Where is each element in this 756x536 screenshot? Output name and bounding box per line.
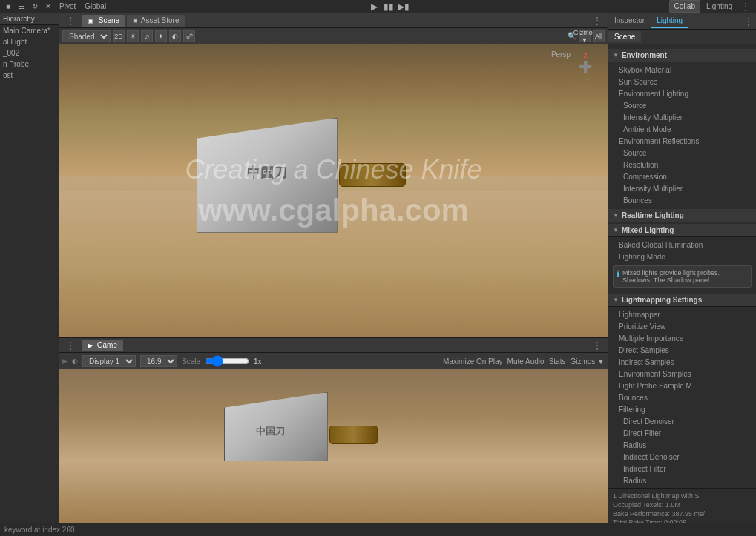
unity-logo-icon: ■ — [3, 1, 13, 12]
rotate-icon: ↻ — [30, 1, 40, 12]
multiple-imp-row: Multiple Importance — [608, 332, 756, 344]
radius2-label: Radius — [623, 477, 752, 485]
env-lighting-row: Environment Lighting — [608, 87, 756, 99]
sidebar-item-post[interactable]: ost — [0, 70, 59, 81]
display-dropdown[interactable]: Display 1 — [82, 355, 136, 367]
lighting-mode-label: Lighting Mode — [619, 253, 752, 261]
env-samples-row: Environment Samples — [608, 368, 756, 380]
lightmapper-label: Lightmapper — [619, 311, 752, 319]
skybox-label: Skybox Material — [619, 66, 752, 74]
2d-button[interactable]: 2D — [113, 30, 125, 42]
lights-toggle[interactable]: ☀ — [127, 30, 139, 42]
gizmo-arrows-icon: ✚ — [571, 59, 600, 76]
indirect-samples-row: Indirect Samples — [608, 356, 756, 368]
direct-samples-label: Direct Samples — [619, 346, 752, 354]
game-tab[interactable]: ▶ Game — [82, 340, 123, 351]
intensity-row: Intensity Multiplier — [608, 111, 756, 123]
audio-toggle[interactable]: ♬ — [141, 30, 153, 42]
lighting-mode-row: Lighting Mode — [608, 251, 756, 262]
multiple-imp-label: Multiple Importance — [619, 334, 752, 343]
mixed-lighting-header[interactable]: ▼ Mixed Lighting — [608, 224, 756, 237]
intensity-label: Intensity Multiplier — [623, 113, 752, 122]
sun-source-label: Sun Source — [619, 78, 752, 86]
inspector-tab[interactable]: Inspector — [608, 14, 651, 28]
skybox-material-row: Skybox Material — [608, 64, 756, 76]
game-gizmos-button[interactable]: Gizmos ▼ — [570, 357, 605, 365]
knife-object: 中国刀 — [197, 118, 406, 233]
ambient-row: Ambient Mode — [608, 123, 756, 135]
game-tabs: ⋮ ▶ Game ⋮ — [59, 338, 608, 353]
env-samples-label: Environment Samples — [619, 370, 752, 378]
play-button[interactable]: ▶ — [367, 0, 381, 13]
scene-tab[interactable]: ▣ Scene — [82, 15, 125, 27]
effects-toggle[interactable]: ✦ — [155, 30, 167, 42]
game-controls-bar: ▶ ◐ Display 1 16:9 Scale 1x Maximize On … — [59, 353, 608, 369]
right-tabs: Inspector Lighting ⋮ — [608, 13, 756, 30]
step-button[interactable]: ▶▮ — [397, 0, 410, 13]
viewport-gizmo[interactable]: Z ✚ ↑→ — [571, 52, 600, 89]
all-button[interactable]: All — [593, 30, 605, 42]
light-probe-label: Light Probe Sample M. — [619, 382, 752, 390]
prioritize-label: Prioritize View — [619, 322, 752, 331]
lighting-button[interactable]: Lighting — [703, 0, 735, 13]
knife-blade: 中国刀 — [197, 118, 338, 233]
mute-audio-button[interactable]: Mute Audio — [507, 357, 545, 365]
direct-filter-label: Direct Filter — [623, 429, 752, 437]
right-footer: 1 Directional Lightmap with S Occupied T… — [608, 488, 756, 523]
resolution-row: Resolution — [608, 159, 756, 171]
lighting-tab[interactable]: Lighting — [651, 14, 688, 28]
pause-button[interactable]: ▮▮ — [382, 0, 395, 13]
shaded-dropdown[interactable]: Shaded — [62, 30, 111, 42]
play-controls: ▶ ▮▮ ▶▮ — [367, 0, 410, 13]
stats-button[interactable]: Stats — [549, 357, 566, 365]
asset-store-tab[interactable]: ■ Asset Store — [127, 15, 185, 27]
scene-sub-tab[interactable]: Scene — [608, 31, 641, 42]
sidebar-item-probe[interactable]: n Probe — [0, 59, 59, 70]
right-panel-menu[interactable]: ⋮ — [741, 16, 756, 27]
env-reflections-label: Environment Reflections — [619, 137, 752, 145]
game-extra-menu[interactable]: ⋮ — [590, 340, 605, 351]
radius2-row: Radius — [608, 474, 756, 486]
scene-asset-tabs: ⋮ ▣ Scene ■ Asset Store ⋮ — [59, 13, 608, 28]
lightmapping-header[interactable]: ▼ Lightmapping Settings — [608, 294, 756, 307]
sidebar-item-camera[interactable]: Main Camera* — [0, 25, 59, 36]
scene-controls-bar: Shaded 2D ☀ ♬ ✦ ◐ ☍ 🔍 Gizmos ▼ All — [59, 28, 608, 44]
direct-denoiser-label: Direct Denoiser — [623, 417, 752, 426]
source-row: Source — [608, 99, 756, 111]
scene-settings[interactable]: ◐ — [169, 30, 181, 42]
bounces-label: Bounces — [623, 196, 752, 205]
info-icon: ℹ — [617, 269, 619, 284]
viewport[interactable]: 中国刀 Creating a Chinese Knife www.cgalpha… — [59, 44, 608, 337]
aspect-dropdown[interactable]: 16:9 — [140, 355, 177, 367]
intensity-mult-row: Intensity Multiplier — [608, 182, 756, 194]
scale-slider[interactable] — [205, 357, 249, 365]
pivot-button[interactable]: Pivot — [56, 0, 79, 13]
light-probe-row: Light Probe Sample M. — [608, 380, 756, 391]
game-menu-dots[interactable]: ⋮ — [62, 340, 79, 351]
indirect-denoiser-label: Indirect Denoiser — [623, 453, 752, 461]
sidebar-item-light[interactable]: al Light — [0, 36, 59, 47]
sidebar-item-cube[interactable]: _002 — [0, 47, 59, 59]
overlay-toggle[interactable]: ☍ — [183, 30, 195, 42]
game-panel: ⋮ ▶ Game ⋮ ▶ ◐ Display 1 16:9 Scale — [59, 337, 608, 523]
baked-gi-row: Baked Global Illumination — [608, 239, 756, 251]
environment-title: Environment — [622, 51, 667, 59]
footer-line1: 1 Directional Lightmap with S — [613, 492, 752, 500]
realtime-arrow-icon: ▼ — [613, 212, 619, 219]
gizmos-dropdown[interactable]: Gizmos ▼ — [579, 30, 591, 42]
scene-tab-icon: ▣ — [88, 17, 94, 24]
scene-menu-dots[interactable]: ⋮ — [62, 15, 79, 27]
game-viewport[interactable]: 中国刀 — [59, 369, 608, 523]
scene-extra-menu[interactable]: ⋮ — [590, 16, 605, 26]
env-lighting-label: Environment Lighting — [619, 90, 752, 98]
realtime-section-header[interactable]: ▼ Realtime Lighting — [608, 209, 756, 222]
bottom-console: keyword at index 260 — [0, 523, 756, 536]
more-menu[interactable]: ⋮ — [738, 1, 753, 12]
scale-label: Scale — [182, 357, 200, 365]
refl-source-label: Source — [623, 149, 752, 157]
global-button[interactable]: Global — [82, 0, 109, 13]
colab-button[interactable]: Collab — [669, 0, 700, 13]
environment-section-header[interactable]: ▼ Environment — [608, 49, 756, 62]
mixed-lighting-content: Baked Global Illumination Lighting Mode … — [608, 237, 756, 292]
maximize-button[interactable]: Maximize On Play — [443, 357, 503, 365]
